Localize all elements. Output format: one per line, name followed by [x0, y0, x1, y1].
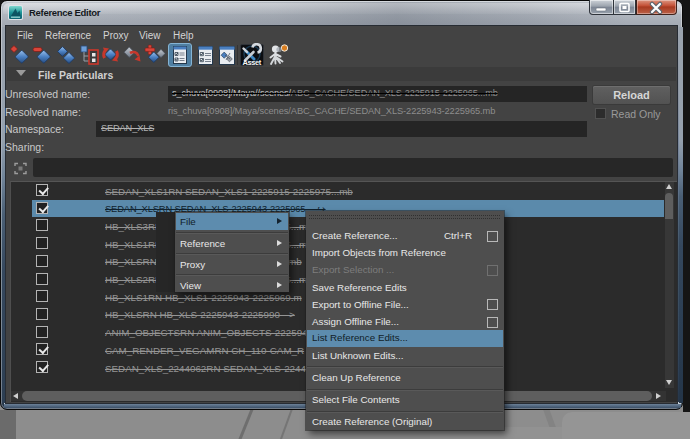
svg-text:Asset: Asset — [243, 58, 262, 67]
